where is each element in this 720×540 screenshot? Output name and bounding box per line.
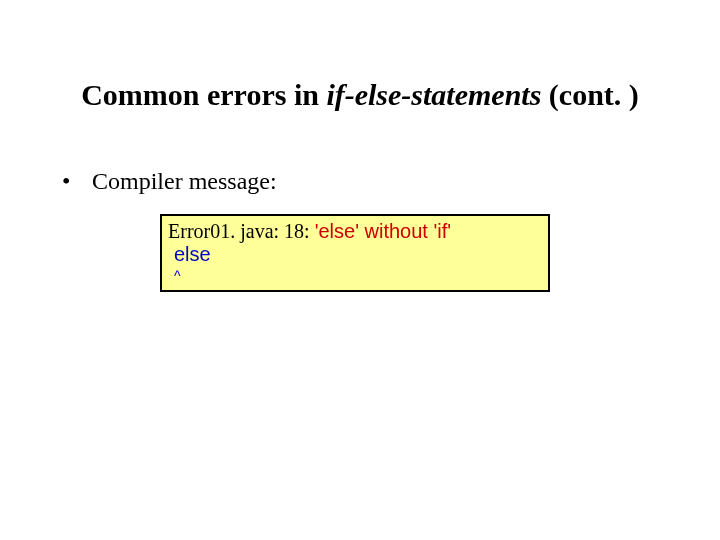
error-box: Error01. java: 18: 'else' without 'if' e… bbox=[160, 214, 550, 292]
slide: Common errors in if-else-statements (con… bbox=[0, 0, 720, 540]
title-prefix: Common errors in bbox=[81, 78, 326, 111]
title-suffix: (cont. ) bbox=[541, 78, 638, 111]
error-location: Error01. java: 18: bbox=[168, 220, 315, 242]
title-italic: if-else-statements bbox=[326, 78, 541, 111]
error-code-line: else bbox=[168, 243, 542, 266]
error-message: 'else' without 'if' bbox=[315, 220, 451, 242]
error-line-1: Error01. java: 18: 'else' without 'if' bbox=[168, 220, 451, 242]
bullet-text: Compiler message: bbox=[92, 168, 277, 194]
bullet-compiler-message: Compiler message: bbox=[62, 168, 277, 195]
slide-title: Common errors in if-else-statements (con… bbox=[0, 78, 720, 112]
error-caret: ^ bbox=[168, 268, 542, 284]
